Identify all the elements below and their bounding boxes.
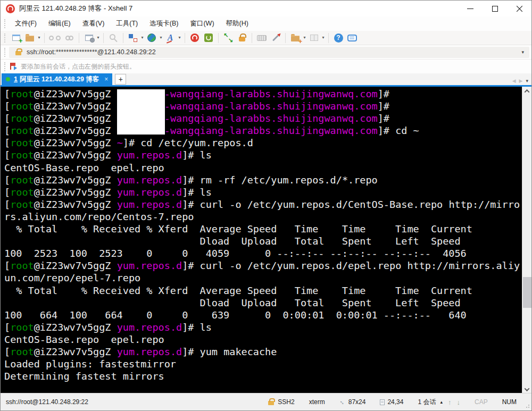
toolbar-grip[interactable] xyxy=(4,33,5,43)
tab-close-icon[interactable]: × xyxy=(104,76,108,82)
separator xyxy=(103,33,104,43)
xftp-button[interactable] xyxy=(202,31,215,44)
encoding-dropdown[interactable]: ▾ xyxy=(159,31,163,44)
status-term-type: xterm xyxy=(309,398,325,406)
compose-layout-button[interactable] xyxy=(127,31,139,44)
separator xyxy=(185,33,185,43)
menu-help[interactable]: 帮助(H) xyxy=(220,17,254,30)
feedback-button[interactable] xyxy=(346,31,359,44)
address-value[interactable]: ssh://root:****************@121.40.248.2… xyxy=(27,48,156,56)
compose-dropdown[interactable]: ▾ xyxy=(140,31,145,44)
tab-number: 1 xyxy=(14,76,18,83)
new-folder-dropdown[interactable]: ▾ xyxy=(302,31,307,44)
terminal-line: [root@iZ23wv7v5ggZ yum.repos.d]# curl -o… xyxy=(4,259,522,272)
encoding-button[interactable] xyxy=(145,31,158,44)
resize-icon: ↔ xyxy=(338,397,347,407)
close-button[interactable] xyxy=(507,1,531,16)
ssh-lock-icon xyxy=(268,401,274,405)
menu-view[interactable]: 查看(V) xyxy=(77,17,111,30)
open-session-button[interactable] xyxy=(23,31,36,44)
flag-icon[interactable] xyxy=(9,63,16,70)
tab-bar: 1 阿里云 121.40.248.29 博客 × + ◀ ▶ ▾ xyxy=(1,73,531,87)
xshell-button[interactable] xyxy=(188,31,201,44)
disconnect-button[interactable] xyxy=(48,31,62,44)
size-label: 87x24 xyxy=(348,398,366,406)
menu-file[interactable]: 文件(F) xyxy=(9,17,43,30)
menu-window[interactable]: 窗口(W) xyxy=(184,17,220,30)
search-icon xyxy=(110,34,115,40)
cursor-pos-label: 24,34 xyxy=(387,398,403,406)
menubar-grip[interactable] xyxy=(4,19,5,28)
new-session-button[interactable]: + xyxy=(10,31,22,44)
properties-dropdown[interactable]: ▾ xyxy=(96,31,101,44)
font-dropdown[interactable]: ▾ xyxy=(177,31,182,44)
addressbar-grip[interactable] xyxy=(4,48,5,57)
session-count-button[interactable]: 1 会话 ▴ xyxy=(418,398,443,407)
menu-tab[interactable]: 选项卡(B) xyxy=(144,17,184,30)
terminal-line: [root@iZ23wv7v5ggZ yum.repos.d]# ls xyxy=(4,186,522,198)
hint-text: 要添加当前会话，点击左侧的箭头按钮。 xyxy=(21,62,136,71)
separator xyxy=(252,33,252,43)
compose-pen-button[interactable] xyxy=(269,31,282,44)
layout-button[interactable] xyxy=(307,31,320,44)
layout-dropdown[interactable]: ▾ xyxy=(321,31,326,44)
session-count-label: 1 会话 xyxy=(418,398,436,407)
ssh-lock-icon xyxy=(15,51,21,55)
scroll-up-button[interactable] xyxy=(522,87,531,96)
new-folder-button[interactable]: + xyxy=(289,31,302,44)
lock-screen-button[interactable] xyxy=(236,31,248,44)
toolbar: + ▾ ▾ ▾ ▾ A ▾ ↖ ↘ xyxy=(1,31,531,45)
keyboard-icon xyxy=(257,35,267,41)
compose-icon xyxy=(129,34,138,42)
separator xyxy=(79,33,79,43)
menu-edit[interactable]: 编辑(E) xyxy=(43,17,77,30)
help-button[interactable]: ? xyxy=(332,31,345,44)
scroll-top-button[interactable]: ↑ xyxy=(448,398,452,406)
chain-icon xyxy=(65,36,73,40)
fullscreen-button[interactable]: ↖ ↘ xyxy=(222,31,235,44)
font-button[interactable]: A xyxy=(164,31,177,44)
new-folder-icon: + xyxy=(291,36,300,41)
terminal-line: % Total % Received % Xferd Average Speed… xyxy=(4,223,522,235)
terminal-line: [root@iZ23wv7v5ggZ -wangqiang-larabbs.sh… xyxy=(4,124,522,137)
xshell-window: 阿里云 121.40.248.29 博客 - Xshell 7 文件(F) 编辑… xyxy=(0,0,532,411)
xshell-logo-icon xyxy=(6,4,15,13)
terminal-line: 100 664 100 664 0 0 639 0 0:00:01 0:00:0… xyxy=(4,309,522,321)
tab-scroll-left-icon[interactable]: ◀ xyxy=(512,78,516,83)
find-button[interactable] xyxy=(107,31,120,44)
caps-lock-indicator: CAP xyxy=(475,398,488,406)
session-properties-button[interactable] xyxy=(82,31,95,44)
session-tab[interactable]: 1 阿里云 121.40.248.29 博客 × xyxy=(2,73,112,85)
reconnect-button[interactable] xyxy=(63,31,76,44)
scrollbar-thumb[interactable] xyxy=(523,277,531,308)
terminal-line: Loaded plugins: fastestmirror xyxy=(4,358,522,370)
resize-grip[interactable] xyxy=(524,402,529,408)
hintbar-grip[interactable] xyxy=(4,62,5,71)
tab-list-dropdown[interactable]: ▾ xyxy=(526,78,528,83)
menu-tools[interactable]: 工具(T) xyxy=(110,17,144,30)
pen-icon xyxy=(272,35,279,41)
virtual-keyboard-button[interactable] xyxy=(255,31,268,44)
protocol-label: SSH2 xyxy=(278,398,294,406)
num-lock-indicator: NUM xyxy=(502,398,517,406)
address-field[interactable]: ssh://root:****************@121.40.248.2… xyxy=(9,47,529,58)
layout-grid-icon xyxy=(310,35,318,41)
tab-scroll-right-icon[interactable]: ▶ xyxy=(519,78,523,83)
terminal-line: rs.aliyun.com/repo/Centos-7.repo xyxy=(4,211,522,223)
maximize-button[interactable] xyxy=(483,1,507,16)
terminal[interactable]: [root@iZ23wv7v5ggZ -wangqiang-larabbs.sh… xyxy=(1,87,522,394)
terminal-line: [root@iZ23wv7v5ggZ -wangqiang-larabbs.sh… xyxy=(4,112,522,124)
address-dropdown[interactable]: ▾ xyxy=(519,49,526,55)
terminal-line: Dload Upload Total Spent Left Speed xyxy=(4,297,522,309)
terminal-scrollbar[interactable] xyxy=(522,87,531,394)
separator xyxy=(123,33,123,43)
minimize-button[interactable] xyxy=(458,1,483,16)
properties-icon xyxy=(85,35,93,41)
status-size: ↔ 87x24 xyxy=(339,398,366,406)
open-session-dropdown[interactable]: ▾ xyxy=(37,31,41,44)
expand-se-icon: ↘ xyxy=(228,37,233,44)
feedback-bubble-icon xyxy=(347,35,357,41)
new-tab-button[interactable]: + xyxy=(115,74,126,85)
minimize-icon xyxy=(467,9,473,9)
scroll-bottom-button[interactable]: ↓ xyxy=(456,398,460,406)
